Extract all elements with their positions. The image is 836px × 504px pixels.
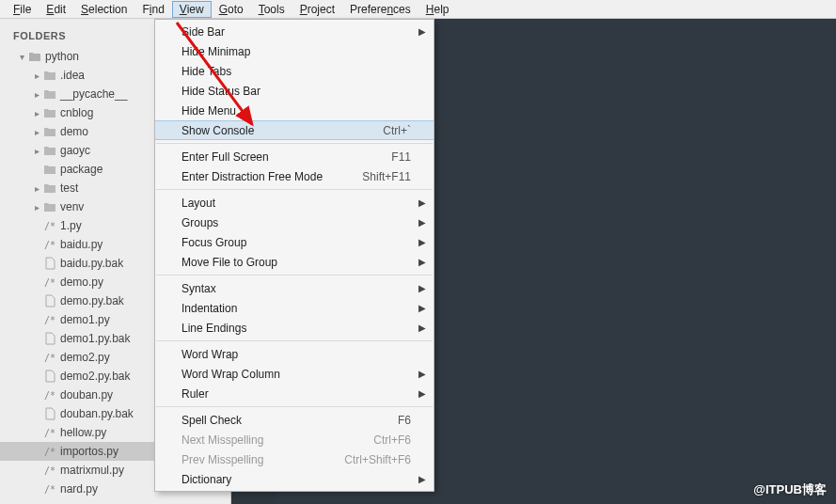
tree-item-label: demo1.py bbox=[60, 313, 110, 326]
menu-item-label: Hide Tabs bbox=[181, 65, 411, 78]
menu-item-syntax[interactable]: Syntax▶ bbox=[155, 278, 434, 298]
file-icon bbox=[43, 370, 56, 383]
menu-item-label: Move File to Group bbox=[181, 256, 411, 269]
disclosure-triangle-icon[interactable]: ▸ bbox=[32, 108, 41, 118]
folder-icon bbox=[43, 144, 56, 157]
disclosure-triangle-icon[interactable]: ▸ bbox=[32, 202, 41, 213]
file-icon bbox=[43, 332, 56, 345]
menu-find[interactable]: Find bbox=[134, 1, 171, 18]
view-menu-dropdown: Side Bar▶Hide MinimapHide TabsHide Statu… bbox=[154, 19, 434, 492]
menu-item-label: Show Console bbox=[181, 124, 383, 137]
menu-item-shortcut: Ctrl+` bbox=[383, 124, 411, 137]
menu-item-show-console[interactable]: Show ConsoleCtrl+` bbox=[155, 120, 434, 140]
menu-goto[interactable]: Goto bbox=[212, 1, 251, 18]
tree-item-label: hellow.py bbox=[60, 426, 106, 439]
folder-icon bbox=[43, 69, 56, 82]
menu-item-label: Hide Menu bbox=[181, 104, 411, 118]
menu-item-next-misspelling: Next MisspellingCtrl+F6 bbox=[155, 430, 434, 449]
menu-item-label: Dictionary bbox=[181, 473, 411, 486]
python-file-icon: /* bbox=[43, 426, 56, 439]
menu-item-hide-tabs[interactable]: Hide Tabs bbox=[155, 61, 434, 81]
folder-icon bbox=[28, 50, 41, 63]
menu-item-ruler[interactable]: Ruler▶ bbox=[155, 384, 434, 403]
disclosure-triangle-icon[interactable]: ▸ bbox=[32, 146, 41, 156]
tree-item-label: __pycache__ bbox=[60, 87, 127, 101]
folder-icon bbox=[43, 87, 56, 101]
submenu-arrow-icon: ▶ bbox=[418, 388, 426, 399]
menu-item-dictionary[interactable]: Dictionary▶ bbox=[155, 469, 434, 489]
menu-item-move-file-to-group[interactable]: Move File to Group▶ bbox=[155, 252, 434, 272]
menu-item-enter-full-screen[interactable]: Enter Full ScreenF11 bbox=[155, 147, 434, 166]
menu-item-focus-group[interactable]: Focus Group▶ bbox=[155, 232, 434, 252]
disclosure-triangle-icon[interactable]: ▸ bbox=[32, 71, 41, 81]
menu-item-layout[interactable]: Layout▶ bbox=[155, 193, 434, 213]
menu-edit[interactable]: Edit bbox=[39, 1, 73, 18]
tree-item-label: test bbox=[60, 181, 78, 195]
disclosure-triangle-icon[interactable]: ▸ bbox=[32, 127, 41, 137]
tree-item-label: matrixmul.py bbox=[60, 464, 124, 477]
menu-item-label: Word Wrap bbox=[181, 348, 411, 361]
python-file-icon: /* bbox=[43, 445, 56, 458]
file-icon bbox=[43, 407, 56, 420]
menu-item-side-bar[interactable]: Side Bar▶ bbox=[155, 22, 434, 41]
submenu-arrow-icon: ▶ bbox=[418, 369, 426, 379]
menu-item-label: Enter Full Screen bbox=[181, 150, 391, 164]
disclosure-triangle-icon[interactable]: ▸ bbox=[32, 183, 41, 194]
tree-item-label: gaoyc bbox=[60, 144, 90, 157]
menu-item-groups[interactable]: Groups▶ bbox=[155, 213, 434, 232]
menu-item-indentation[interactable]: Indentation▶ bbox=[155, 298, 434, 318]
menu-item-shortcut: Ctrl+Shift+F6 bbox=[344, 453, 411, 466]
menu-item-label: Prev Misspelling bbox=[181, 453, 344, 466]
python-file-icon: /* bbox=[43, 313, 56, 326]
menu-selection[interactable]: Selection bbox=[73, 1, 134, 18]
disclosure-triangle-icon[interactable]: ▸ bbox=[32, 89, 41, 100]
menu-item-hide-menu[interactable]: Hide Menu bbox=[155, 101, 434, 120]
menu-separator bbox=[156, 275, 433, 276]
menu-item-hide-minimap[interactable]: Hide Minimap bbox=[155, 41, 434, 61]
tree-item-label: .idea bbox=[60, 69, 85, 82]
folder-icon bbox=[43, 200, 56, 213]
tree-item-label: venv bbox=[60, 200, 84, 213]
menu-separator bbox=[156, 189, 433, 190]
menu-item-word-wrap[interactable]: Word Wrap bbox=[155, 344, 434, 364]
file-icon bbox=[43, 257, 56, 270]
menu-item-label: Focus Group bbox=[181, 236, 411, 249]
menu-item-spell-check[interactable]: Spell CheckF6 bbox=[155, 410, 434, 430]
menu-item-label: Enter Distraction Free Mode bbox=[181, 170, 362, 183]
tree-item-label: cnblog bbox=[60, 106, 93, 119]
menu-item-word-wrap-column[interactable]: Word Wrap Column▶ bbox=[155, 364, 434, 384]
menu-item-hide-status-bar[interactable]: Hide Status Bar bbox=[155, 81, 434, 101]
tree-item-label: baidu.py bbox=[60, 238, 103, 251]
tree-item-label: demo2.py.bak bbox=[60, 370, 131, 383]
tree-item-label: demo.py.bak bbox=[60, 294, 124, 307]
python-file-icon: /* bbox=[43, 482, 56, 496]
disclosure-triangle-icon[interactable]: ▾ bbox=[17, 52, 26, 62]
tree-item-label: demo1.py.bak bbox=[60, 332, 131, 345]
tree-item-label: importos.py bbox=[60, 445, 118, 458]
menu-item-shortcut: Shift+F11 bbox=[362, 170, 411, 183]
python-file-icon: /* bbox=[43, 276, 56, 289]
menu-tools[interactable]: Tools bbox=[251, 1, 292, 18]
menu-preferences[interactable]: Preferences bbox=[342, 1, 418, 18]
submenu-arrow-icon: ▶ bbox=[418, 283, 426, 293]
folder-icon bbox=[43, 181, 56, 195]
menu-project[interactable]: Project bbox=[292, 1, 342, 18]
tree-item-label: package bbox=[60, 163, 103, 176]
submenu-arrow-icon: ▶ bbox=[418, 303, 426, 313]
menu-help[interactable]: Help bbox=[418, 1, 457, 18]
watermark: @ITPUB博客 bbox=[753, 481, 827, 498]
menu-item-line-endings[interactable]: Line Endings▶ bbox=[155, 318, 434, 338]
tree-item-label: demo.py bbox=[60, 276, 103, 289]
menubar: FileEditSelectionFindViewGotoToolsProjec… bbox=[0, 0, 836, 19]
folder-icon bbox=[43, 163, 56, 176]
menu-item-enter-distraction-free-mode[interactable]: Enter Distraction Free ModeShift+F11 bbox=[155, 166, 434, 186]
menu-file[interactable]: File bbox=[6, 1, 39, 18]
menu-item-label: Syntax bbox=[181, 282, 411, 295]
menu-item-shortcut: Ctrl+F6 bbox=[373, 433, 411, 447]
menu-item-label: Side Bar bbox=[181, 25, 411, 39]
menu-item-shortcut: F6 bbox=[398, 414, 411, 427]
menu-item-label: Groups bbox=[181, 216, 411, 229]
submenu-arrow-icon: ▶ bbox=[418, 474, 426, 484]
tree-item-label: douban.py.bak bbox=[60, 407, 134, 420]
menu-view[interactable]: View bbox=[172, 1, 212, 18]
